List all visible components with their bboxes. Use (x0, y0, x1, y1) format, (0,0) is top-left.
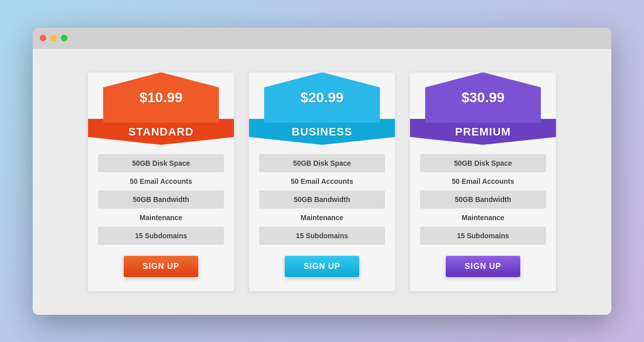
list-item: 15 Subdomains (420, 227, 546, 245)
premium-features: 50GB Disk Space 50 Email Accounts 50GB B… (410, 154, 556, 245)
main-content: $10.99 STANDARD 50GB Disk Space 50 Email… (33, 49, 611, 315)
plan-card-premium: $30.99 PREMIUM 50GB Disk Space 50 Email … (410, 73, 556, 291)
minimize-button[interactable] (50, 35, 57, 41)
plan-card-business: $20.99 BUSINESS 50GB Disk Space 50 Email… (249, 73, 395, 291)
list-item: 50GB Disk Space (259, 154, 385, 172)
premium-name: PREMIUM (455, 125, 511, 139)
plan-card-standard: $10.99 STANDARD 50GB Disk Space 50 Email… (88, 73, 234, 291)
standard-signup-button[interactable]: SIGN UP (124, 256, 199, 277)
business-price: $20.99 (300, 90, 344, 106)
close-button[interactable] (40, 35, 46, 41)
standard-features: 50GB Disk Space 50 Email Accounts 50GB B… (88, 154, 234, 245)
list-item: 50 Email Accounts (98, 172, 224, 190)
list-item: 50GB Bandwidth (98, 190, 224, 209)
premium-price: $30.99 (461, 90, 505, 106)
list-item: 15 Subdomains (259, 227, 385, 245)
badge-top-business: $20.99 (264, 73, 380, 123)
list-item: 15 Subdomains (98, 227, 224, 245)
list-item: 50GB Bandwidth (420, 190, 546, 209)
list-item: Maintenance (259, 209, 385, 227)
badge-premium: $30.99 PREMIUM (410, 73, 556, 145)
standard-price: $10.99 (139, 90, 183, 106)
list-item: 50 Email Accounts (420, 172, 546, 190)
badge-top-standard: $10.99 (103, 73, 219, 123)
business-features: 50GB Disk Space 50 Email Accounts 50GB B… (249, 154, 395, 245)
list-item: Maintenance (98, 209, 224, 227)
maximize-button[interactable] (61, 35, 67, 41)
titlebar (33, 28, 611, 49)
list-item: 50 Email Accounts (259, 172, 385, 190)
business-name: BUSINESS (292, 125, 352, 139)
badge-standard: $10.99 STANDARD (88, 73, 234, 145)
list-item: 50GB Bandwidth (259, 190, 385, 209)
app-window: $10.99 STANDARD 50GB Disk Space 50 Email… (33, 28, 611, 315)
list-item: Maintenance (420, 209, 546, 227)
badge-top-premium: $30.99 (425, 73, 541, 123)
list-item: 50GB Disk Space (420, 154, 546, 172)
premium-signup-button[interactable]: SIGN UP (446, 256, 521, 277)
business-signup-button[interactable]: SIGN UP (285, 256, 360, 277)
list-item: 50GB Disk Space (98, 154, 224, 172)
standard-name: STANDARD (128, 125, 194, 139)
badge-business: $20.99 BUSINESS (249, 73, 395, 145)
